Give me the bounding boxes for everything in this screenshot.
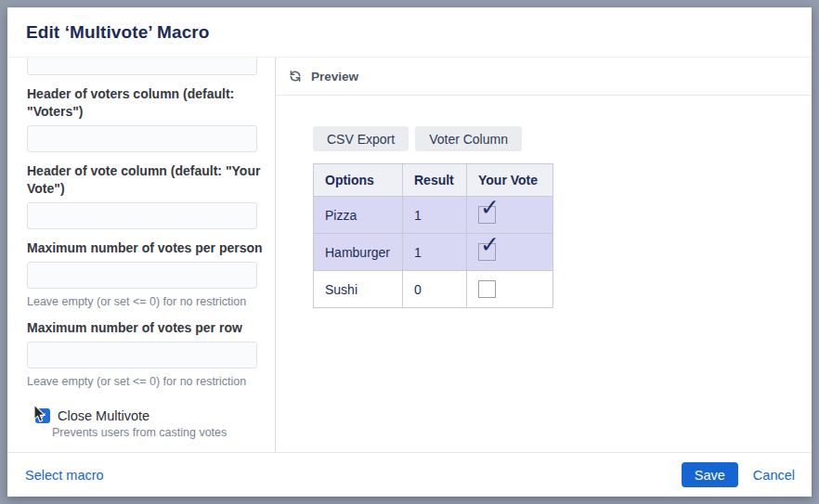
- close-multivote-hint: Prevents users from casting votes: [52, 426, 264, 440]
- preview-panel: Preview CSV Export Voter Column Options …: [276, 58, 812, 452]
- result-cell: 1: [403, 234, 467, 271]
- dialog-footer: Select macro Save Cancel: [7, 452, 812, 497]
- edit-macro-dialog: Edit ‘Multivote’ Macro Header of voters …: [7, 7, 812, 497]
- refresh-icon[interactable]: [288, 69, 303, 84]
- footer-actions: Save Cancel: [682, 462, 795, 487]
- modal-backdrop: Edit ‘Multivote’ Macro Header of voters …: [0, 0, 819, 504]
- option-cell: Sushi: [314, 271, 403, 308]
- table-header-row: Options Result Your Vote: [314, 164, 553, 197]
- max-votes-person-hint: Leave empty (or set <= 0) for no restric…: [27, 295, 264, 309]
- select-macro-link[interactable]: Select macro: [25, 468, 104, 483]
- max-votes-row-input[interactable]: [27, 342, 257, 368]
- save-button[interactable]: Save: [682, 462, 738, 487]
- field-label-voters-header: Header of voters column (default: "Voter…: [27, 85, 264, 121]
- cancel-link[interactable]: Cancel: [753, 468, 795, 483]
- preview-content: CSV Export Voter Column Options Result Y…: [276, 96, 812, 308]
- result-cell: 0: [403, 271, 467, 308]
- table-row: Sushi0: [314, 271, 553, 308]
- field-label-max-votes-row: Maximum number of votes per row: [27, 319, 264, 337]
- preview-title: Preview: [311, 70, 358, 84]
- vote-cell: [467, 271, 553, 308]
- option-cell: Hamburger: [314, 234, 403, 271]
- vote-cell: ✓: [467, 234, 553, 271]
- max-votes-person-input[interactable]: [27, 262, 257, 289]
- vote-checkbox[interactable]: ✓: [478, 243, 496, 261]
- dialog-body: Header of voters column (default: "Voter…: [7, 58, 812, 452]
- voters-header-input[interactable]: [27, 125, 257, 152]
- preview-toolbar: CSV Export Voter Column: [313, 126, 812, 151]
- table-row: Hamburger1✓: [314, 234, 553, 271]
- vote-header-input[interactable]: [27, 202, 257, 229]
- option-cell: Pizza: [314, 197, 403, 234]
- csv-export-button[interactable]: CSV Export: [313, 126, 409, 151]
- checkmark-icon: ✓: [480, 196, 500, 219]
- partial-input[interactable]: [27, 58, 257, 75]
- checkmark-icon: ✓: [480, 233, 500, 256]
- page-title: Edit ‘Multivote’ Macro: [26, 22, 210, 43]
- options-column-header: Options: [314, 164, 403, 197]
- voter-column-button[interactable]: Voter Column: [415, 126, 522, 151]
- dialog-header: Edit ‘Multivote’ Macro: [7, 7, 812, 58]
- field-label-max-votes-person: Maximum number of votes per person: [27, 239, 264, 257]
- max-votes-row-hint: Leave empty (or set <= 0) for no restric…: [27, 375, 264, 389]
- mouse-cursor-icon: [33, 405, 46, 424]
- macro-params-panel: Header of voters column (default: "Voter…: [7, 58, 276, 452]
- close-multivote-row: ✓ Close Multivote: [35, 408, 264, 423]
- votes-table: Options Result Your Vote Pizza1✓Hamburge…: [313, 163, 553, 308]
- vote-checkbox[interactable]: ✓: [478, 206, 496, 224]
- your-vote-column-header: Your Vote: [467, 164, 553, 197]
- preview-header: Preview: [276, 58, 812, 96]
- table-row: Pizza1✓: [314, 197, 553, 234]
- vote-cell: ✓: [467, 197, 553, 234]
- close-multivote-label: Close Multivote: [58, 408, 150, 423]
- result-cell: 1: [403, 197, 467, 234]
- vote-checkbox[interactable]: [478, 280, 496, 298]
- result-column-header: Result: [403, 164, 467, 197]
- field-label-vote-header: Header of vote column (default: "Your Vo…: [27, 162, 264, 198]
